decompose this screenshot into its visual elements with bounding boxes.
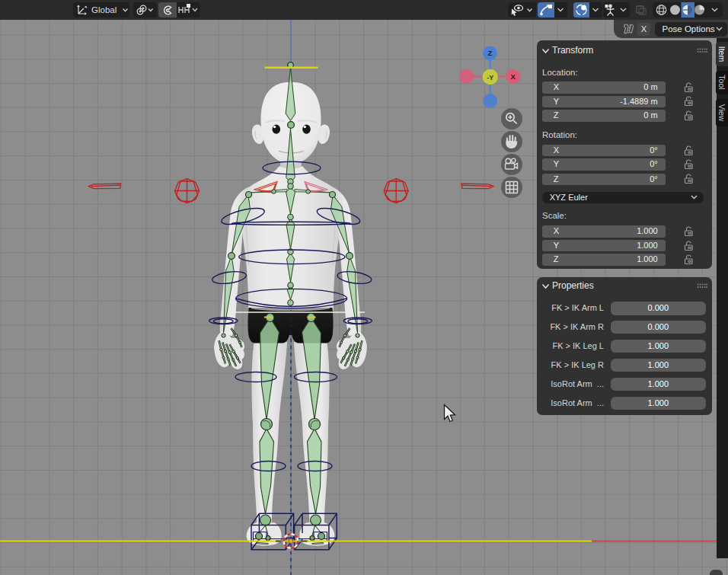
svg-text:-Y: -Y <box>487 74 493 81</box>
svg-text:X: X <box>511 72 516 81</box>
svg-text:Z: Z <box>487 49 492 57</box>
